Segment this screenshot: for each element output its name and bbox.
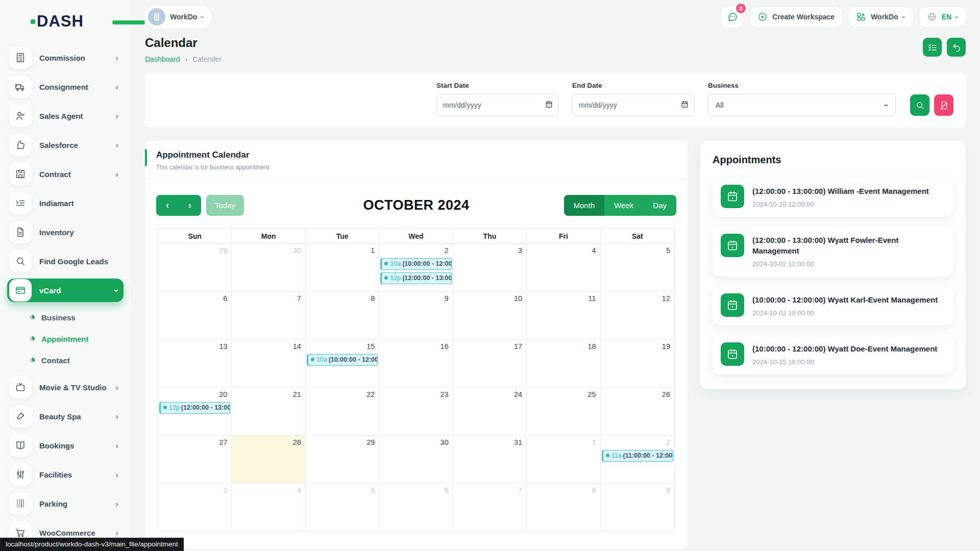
- calendar-event[interactable]: 12p(12:00:00 - 13:00:00): [380, 272, 451, 284]
- calendar-day-cell[interactable]: 21: [232, 388, 305, 436]
- calendar-day-cell[interactable]: 7: [453, 484, 527, 532]
- calendar-day-cell[interactable]: 19: [601, 340, 674, 388]
- calendar-day-cell[interactable]: 31: [453, 436, 527, 484]
- submenu-item-business[interactable]: Business: [30, 309, 124, 326]
- calendar-day-cell[interactable]: 17: [453, 340, 527, 388]
- sidebar-item-vcard[interactable]: vCard›: [7, 279, 124, 302]
- create-workspace-button[interactable]: Create Workspace: [750, 7, 842, 27]
- day-number: 13: [219, 342, 227, 350]
- view-week-button[interactable]: Week: [604, 195, 643, 216]
- calendar-day-cell[interactable]: 30: [232, 244, 305, 292]
- submenu-item-contact[interactable]: Contact: [30, 352, 124, 369]
- event-time: 10a: [390, 260, 401, 267]
- start-date-input[interactable]: [436, 94, 559, 116]
- prev-month-button[interactable]: ‹: [156, 195, 179, 216]
- calendar-event[interactable]: 10a(10:00:00 - 12:00:00): [307, 354, 378, 366]
- calendar-day-cell[interactable]: 3: [158, 484, 232, 532]
- calendar-day-cell[interactable]: 14: [232, 340, 305, 388]
- end-date-input[interactable]: [572, 94, 695, 116]
- breadcrumb-separator-icon: ›: [185, 55, 188, 63]
- book-icon: [9, 434, 32, 457]
- calendar-day-cell[interactable]: 1510a(10:00:00 - 12:00:00): [306, 340, 379, 388]
- sidebar-item-bookings[interactable]: Bookings›: [7, 434, 124, 457]
- calendar-day-cell[interactable]: 5: [306, 484, 379, 532]
- calendar-day-cell[interactable]: 210a(10:00:00 - 12:00:00)12p(12:00:00 - …: [379, 244, 453, 292]
- sidebar-item-label: Movie & TV Studio: [39, 383, 108, 392]
- breadcrumb-dashboard-link[interactable]: Dashboard: [145, 55, 180, 63]
- sidebar-item-sales-agent[interactable]: Sales Agent›: [7, 104, 124, 128]
- calendar-day-cell[interactable]: 26: [601, 388, 674, 436]
- calendar-day-cell[interactable]: 29: [158, 244, 232, 292]
- sidebar-item-find-google-leads[interactable]: Find Google Leads: [7, 249, 124, 273]
- calendar-day-cell[interactable]: 27: [158, 436, 232, 484]
- sidebar-item-commission[interactable]: Commission›: [7, 46, 124, 69]
- business-select[interactable]: All ›: [708, 94, 896, 116]
- calendar-day-cell[interactable]: 3: [453, 244, 527, 292]
- calendar-day-cell[interactable]: 1: [527, 436, 600, 484]
- calendar-day-cell[interactable]: 25: [527, 388, 600, 436]
- calendar-day-cell[interactable]: 2012p(12:00:00 - 13:00:00): [158, 388, 232, 436]
- calendar-toolbar: ‹ › Today OCTOBER 2024 MonthWeekDay: [145, 180, 688, 226]
- app-menu-button[interactable]: WorkDo ›: [849, 7, 912, 27]
- calendar-day-cell[interactable]: 8: [306, 292, 379, 340]
- sidebar-item-indiamart[interactable]: Indiamart: [7, 191, 124, 215]
- floppy-icon: [9, 163, 32, 185]
- calendar-day-cell[interactable]: 9: [379, 292, 453, 340]
- calendar-day-cell[interactable]: 10: [453, 292, 527, 340]
- search-button[interactable]: [910, 94, 929, 116]
- calendar-day-cell[interactable]: 16: [379, 340, 453, 388]
- calendar-day-cell[interactable]: 5: [601, 244, 674, 292]
- calendar-day-cell[interactable]: 11: [527, 292, 600, 340]
- appointment-card[interactable]: (12:00:00 - 13:00:00) William -Event Man…: [713, 177, 953, 217]
- calendar-day-cell[interactable]: 9: [601, 484, 674, 532]
- chat-button[interactable]: 0: [722, 6, 743, 28]
- appointment-card[interactable]: (10:00:00 - 12:00:00) Wyatt Karl-Event M…: [713, 286, 953, 325]
- calendar-day-cell[interactable]: 4: [232, 484, 305, 532]
- view-day-button[interactable]: Day: [643, 195, 676, 216]
- calendar-event[interactable]: 11a(11:00:00 - 12:00:00): [602, 450, 673, 462]
- sidebar-item-salesforce[interactable]: Salesforce›: [7, 133, 124, 157]
- calendar-day-cell[interactable]: 4: [527, 244, 600, 292]
- calendar-day-cell[interactable]: 30: [379, 436, 453, 484]
- sidebar-nav: Commission›Consignment›Sales Agent›Sales…: [0, 46, 131, 544]
- day-number: 30: [293, 246, 301, 255]
- undo-arrow-icon: [951, 42, 962, 53]
- appointment-list-button[interactable]: [923, 38, 942, 57]
- calendar-day-cell[interactable]: 211a(11:00:00 - 12:00:00): [601, 436, 674, 484]
- calendar-event[interactable]: 10a(10:00:00 - 12:00:00): [380, 258, 451, 270]
- submenu-item-appointment[interactable]: Appointment: [30, 330, 124, 347]
- appointment-card[interactable]: (12:00:00 - 13:00:00) Wyatt Fowler-Event…: [713, 226, 953, 277]
- day-number: 21: [293, 390, 301, 398]
- calendar-day-cell[interactable]: 6: [379, 484, 453, 532]
- back-button[interactable]: [947, 38, 966, 57]
- sidebar-item-facilities[interactable]: Facilities›: [7, 463, 124, 486]
- calendar-day-cell[interactable]: 22: [306, 388, 379, 436]
- calendar-day-cell[interactable]: 7: [232, 292, 305, 340]
- calendar-event[interactable]: 12p(12:00:00 - 13:00:00): [159, 402, 230, 414]
- next-month-button[interactable]: ›: [179, 195, 201, 216]
- day-header-sat: Sat: [601, 229, 674, 244]
- sidebar-item-consignment[interactable]: Consignment›: [7, 75, 124, 98]
- sidebar-item-beauty-spa[interactable]: Beauty Spa›: [7, 405, 124, 428]
- calendar-day-cell[interactable]: 1: [306, 244, 379, 292]
- reset-filter-button[interactable]: [934, 94, 953, 116]
- language-selector[interactable]: EN ›: [920, 7, 966, 27]
- calendar-day-cell[interactable]: 13: [158, 340, 232, 388]
- sidebar-item-movie-tv-studio[interactable]: Movie & TV Studio›: [7, 375, 124, 399]
- appointment-card[interactable]: (10:00:00 - 12:00:00) Wyatt Doe-Event Ma…: [713, 335, 953, 374]
- app-logo[interactable]: DASH: [31, 10, 131, 33]
- calendar-day-cell[interactable]: 8: [527, 484, 600, 532]
- calendar-day-cell[interactable]: 28: [232, 436, 305, 484]
- sidebar-item-contract[interactable]: Contract›: [7, 162, 124, 186]
- calendar-day-cell[interactable]: 23: [379, 388, 453, 436]
- workspace-switcher[interactable]: WorkDo ›: [145, 6, 211, 28]
- calendar-day-cell[interactable]: 12: [601, 292, 674, 340]
- calendar-day-cell[interactable]: 18: [527, 340, 600, 388]
- view-month-button[interactable]: Month: [564, 195, 605, 216]
- today-button[interactable]: Today: [206, 195, 244, 216]
- calendar-day-cell[interactable]: 29: [306, 436, 379, 484]
- sidebar-item-parking[interactable]: Parking›: [7, 492, 124, 515]
- calendar-day-cell[interactable]: 6: [158, 292, 232, 340]
- sidebar-item-inventory[interactable]: Inventory: [7, 220, 124, 244]
- calendar-day-cell[interactable]: 24: [453, 388, 527, 436]
